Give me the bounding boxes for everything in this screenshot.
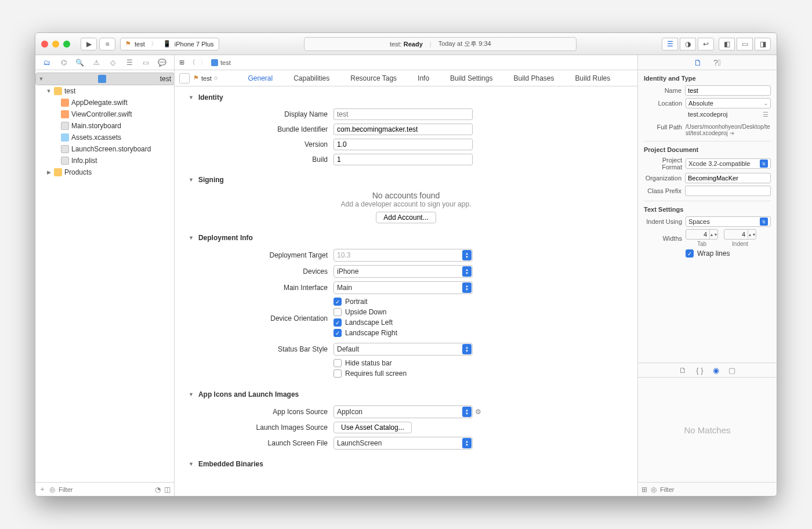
activity-status: test: Ready | Today at 오후 9:34 xyxy=(304,37,577,51)
tab-build-rules[interactable]: Build Rules xyxy=(565,70,621,86)
inspector-projdoc-title: Project Document xyxy=(644,146,771,153)
issue-navigator-tab[interactable]: ⚠ xyxy=(91,58,102,67)
library-code-snippets-tab[interactable]: { } xyxy=(696,366,703,375)
close-icon[interactable] xyxy=(41,41,48,48)
inspector-location-select[interactable]: Absolute⌄ xyxy=(686,98,771,108)
section-identity[interactable]: Identity xyxy=(198,93,223,102)
help-inspector-tab[interactable]: ?⃝ xyxy=(713,58,721,67)
file-infoplist[interactable]: Info.plist xyxy=(35,155,174,166)
back-button[interactable]: 〈 xyxy=(189,58,195,67)
symbol-navigator-tab[interactable]: ⌬ xyxy=(59,58,69,67)
breakpoint-navigator-tab[interactable]: ▭ xyxy=(140,58,151,67)
filter-clock-icon[interactable]: ◔ xyxy=(155,485,161,494)
related-items-button[interactable]: ⊞ xyxy=(179,59,184,66)
statusbar-style-select[interactable]: Default▲▼ xyxy=(334,343,473,356)
gear-icon[interactable]: ⚙ xyxy=(475,408,481,416)
bundle-id-input[interactable] xyxy=(334,124,473,135)
library-objects-tab[interactable]: ◉ xyxy=(713,366,719,375)
stop-button[interactable]: ■ xyxy=(99,38,115,50)
orientation-landscape-left-checkbox[interactable]: ✓Landscape Left xyxy=(334,318,397,327)
project-format-select[interactable]: Xcode 3.2-compatible⇅ xyxy=(686,158,771,169)
launch-screen-select[interactable]: LaunchScreen▲▼ xyxy=(334,437,473,450)
reveal-in-finder-icon[interactable]: ➜ xyxy=(730,130,734,136)
library-filter-icon: ◎ xyxy=(651,485,657,494)
add-account-button[interactable]: Add Account... xyxy=(376,212,436,223)
library-grid-icon[interactable]: ⊞ xyxy=(641,485,647,494)
scheme-app: test xyxy=(135,41,145,48)
folder-test[interactable]: ▼test xyxy=(35,85,174,97)
deployment-target-select[interactable]: 10.3▲▼ xyxy=(334,249,473,262)
section-embedded[interactable]: Embedded Binaries xyxy=(198,460,263,468)
find-navigator-tab[interactable]: 🔍 xyxy=(75,58,85,67)
file-main-storyboard[interactable]: Main.storyboard xyxy=(35,120,174,132)
window-controls[interactable] xyxy=(41,41,70,48)
report-navigator-tab[interactable]: 💬 xyxy=(157,58,168,67)
inspector-name-input[interactable] xyxy=(685,85,771,96)
tab-capabilities[interactable]: Capabilities xyxy=(283,70,340,86)
devices-select[interactable]: iPhone▲▼ xyxy=(334,265,473,278)
app-icons-source-select[interactable]: AppIcon▲▼ xyxy=(334,405,473,418)
section-app-icons[interactable]: App Icons and Launch Images xyxy=(198,390,299,398)
library-filter-input[interactable] xyxy=(660,486,773,493)
class-prefix-input[interactable] xyxy=(685,186,771,196)
tab-build-phases[interactable]: Build Phases xyxy=(503,70,564,86)
filter-recent-button[interactable]: ◎ xyxy=(49,485,55,494)
forward-button[interactable]: 〉 xyxy=(200,58,206,67)
display-name-input[interactable] xyxy=(334,108,473,120)
targets-list-button[interactable] xyxy=(179,73,190,84)
launch-images-button[interactable]: Use Asset Catalog... xyxy=(334,422,412,433)
section-deployment[interactable]: Deployment Info xyxy=(198,234,253,242)
indent-using-select[interactable]: Spaces⇅ xyxy=(686,216,771,227)
toggle-navigator-button[interactable]: ◧ xyxy=(719,38,735,50)
orientation-portrait-checkbox[interactable]: ✓Portrait xyxy=(334,298,397,306)
tab-resource-tags[interactable]: Resource Tags xyxy=(340,70,407,86)
scheme-selector[interactable]: ⚑ test 〉 📱 iPhone 7 Plus xyxy=(120,38,219,50)
requires-full-checkbox[interactable]: Requires full screen xyxy=(334,369,407,378)
main-interface-select[interactable]: Main▲▼ xyxy=(334,281,473,294)
test-navigator-tab[interactable]: ◇ xyxy=(108,58,118,67)
inspector-text-title: Text Settings xyxy=(644,206,771,213)
folder-products[interactable]: ▶Products xyxy=(35,166,174,178)
inspector-identity-title: Identity and Type xyxy=(644,75,771,82)
jumpbar-path[interactable]: test xyxy=(211,59,231,66)
toggle-debug-button[interactable]: ▭ xyxy=(737,38,753,50)
reveal-icon[interactable]: ☰ xyxy=(763,111,768,121)
target-selector[interactable]: ⚑test◇ xyxy=(193,74,217,82)
project-root[interactable]: ▼test xyxy=(35,73,174,85)
library-media-tab[interactable]: ▢ xyxy=(728,366,735,375)
debug-navigator-tab[interactable]: ☰ xyxy=(124,58,135,67)
file-viewcontroller[interactable]: ViewController.swift xyxy=(35,108,174,120)
file-appdelegate[interactable]: AppDelegate.swift xyxy=(35,97,174,108)
indent-width-stepper[interactable]: 4▲▼ xyxy=(724,229,756,240)
version-input[interactable] xyxy=(334,139,473,150)
tab-general[interactable]: General xyxy=(238,70,284,86)
hide-status-checkbox[interactable]: Hide status bar xyxy=(334,359,407,367)
editor-assistant-button[interactable]: ◑ xyxy=(680,38,696,50)
maximize-icon[interactable] xyxy=(63,41,70,48)
filter-scm-icon[interactable]: ◫ xyxy=(164,485,171,494)
orientation-upside-checkbox[interactable]: Upside Down xyxy=(334,308,397,316)
editor-version-button[interactable]: ↩ xyxy=(698,38,714,50)
no-accounts-label: No accounts found xyxy=(188,191,624,200)
file-inspector-tab[interactable]: 🗋 xyxy=(694,58,702,67)
navigator-filter-input[interactable] xyxy=(59,486,151,493)
run-button[interactable]: ▶ xyxy=(81,38,97,50)
build-input[interactable] xyxy=(334,154,473,165)
library-file-templates-tab[interactable]: 🗋 xyxy=(679,366,687,375)
orientation-landscape-right-checkbox[interactable]: ✓Landscape Right xyxy=(334,329,397,337)
scheme-device: iPhone 7 Plus xyxy=(175,41,214,48)
project-navigator-tab[interactable]: 🗂 xyxy=(42,58,52,67)
folder-assets[interactable]: Assets.xcassets xyxy=(35,132,174,143)
tab-build-settings[interactable]: Build Settings xyxy=(440,70,503,86)
minimize-icon[interactable] xyxy=(52,41,59,48)
toggle-inspector-button[interactable]: ◨ xyxy=(755,38,771,50)
tab-width-stepper[interactable]: 4▲▼ xyxy=(686,229,718,240)
editor-standard-button[interactable]: ☰ xyxy=(662,38,678,50)
add-file-button[interactable]: ＋ xyxy=(39,484,46,494)
tab-info[interactable]: Info xyxy=(407,70,440,86)
wrap-lines-checkbox[interactable]: ✓Wrap lines xyxy=(686,249,730,258)
section-signing[interactable]: Signing xyxy=(198,176,224,184)
library-empty: No Matches xyxy=(638,378,777,482)
organization-input[interactable] xyxy=(685,173,771,183)
file-launchscreen[interactable]: LaunchScreen.storyboard xyxy=(35,143,174,155)
